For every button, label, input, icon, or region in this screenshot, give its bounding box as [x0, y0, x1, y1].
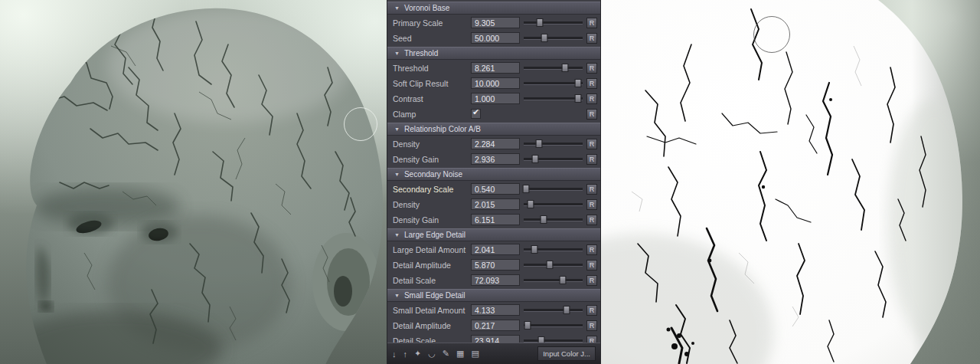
param-slider[interactable]: [523, 244, 583, 255]
param-slider[interactable]: [523, 17, 583, 28]
reset-button[interactable]: R: [586, 78, 597, 89]
slider-handle[interactable]: [522, 185, 529, 193]
slider-handle[interactable]: [560, 276, 567, 284]
toolbar-star-icon[interactable]: ✦: [414, 349, 421, 359]
param-value-field[interactable]: 2.015: [471, 198, 520, 210]
param-label: Soft Clip Result: [393, 79, 471, 88]
viewport-texture-preview[interactable]: [601, 0, 980, 364]
param-slider[interactable]: [523, 183, 583, 195]
collapse-triangle-icon: ▼: [394, 172, 400, 177]
param-value-field[interactable]: 9.305: [471, 17, 520, 28]
slider-handle[interactable]: [540, 215, 547, 224]
reset-button[interactable]: R: [586, 244, 597, 255]
slider-handle[interactable]: [535, 139, 542, 148]
param-value-field[interactable]: 2.284: [471, 138, 520, 149]
reset-button[interactable]: R: [586, 184, 597, 195]
slider-handle[interactable]: [524, 321, 531, 330]
param-slider[interactable]: [523, 198, 583, 210]
input-color-button[interactable]: Input Color J...: [537, 346, 596, 361]
reset-button[interactable]: R: [586, 93, 597, 104]
section-header-secondary-noise[interactable]: ▼ Secondary Noise: [387, 168, 600, 181]
reset-button[interactable]: R: [586, 33, 597, 44]
section-header-small-edge-detail[interactable]: ▼ Small Edge Detail: [387, 289, 600, 302]
param-slider[interactable]: [523, 138, 583, 149]
toolbar-pen-icon[interactable]: ✎: [443, 349, 449, 359]
param-slider[interactable]: [523, 304, 583, 316]
section-header-threshold[interactable]: ▼ Threshold: [387, 47, 600, 60]
slider-handle[interactable]: [541, 34, 548, 42]
section-header-relationship-color[interactable]: ▼ Relationship Color A/B: [387, 123, 600, 136]
param-row: Secondary Scale 0.540 R: [387, 182, 600, 196]
slider-track: [524, 264, 583, 267]
toolbar-layers-icon[interactable]: ▤: [471, 349, 479, 359]
slider-handle[interactable]: [563, 306, 570, 314]
section-header-large-edge-detail[interactable]: ▼ Large Edge Detail: [387, 228, 600, 241]
reset-button[interactable]: R: [586, 139, 597, 149]
toolbar-grid-icon[interactable]: ▦: [456, 349, 464, 359]
slider-handle[interactable]: [574, 94, 581, 103]
param-slider[interactable]: [523, 32, 583, 44]
param-value-field[interactable]: 2.936: [471, 153, 520, 165]
reset-button[interactable]: R: [586, 215, 597, 225]
param-label: Detail Scale: [393, 336, 471, 343]
slider-handle[interactable]: [546, 261, 553, 269]
reset-button[interactable]: R: [586, 199, 597, 210]
slider-track: [524, 339, 583, 343]
param-label: Primary Scale: [393, 18, 471, 28]
param-slider[interactable]: [523, 62, 583, 74]
clamp-checkbox[interactable]: ✔: [471, 109, 481, 119]
reset-button[interactable]: R: [586, 63, 597, 74]
param-label: Density Gain: [393, 155, 471, 164]
slider-handle[interactable]: [528, 200, 534, 208]
param-value-field[interactable]: 4.133: [471, 304, 520, 316]
param-slider[interactable]: [523, 77, 583, 89]
param-slider[interactable]: [523, 274, 583, 286]
slider-handle[interactable]: [531, 155, 538, 163]
param-slider[interactable]: [523, 335, 583, 343]
param-value-field[interactable]: 23.914: [471, 335, 520, 343]
param-row: Large Detail Amount 2.041 R: [387, 242, 600, 257]
slider-handle[interactable]: [531, 245, 538, 254]
param-row: Detail Scale 23.914 R: [387, 333, 600, 343]
reset-button[interactable]: R: [586, 18, 597, 28]
reset-button[interactable]: R: [586, 109, 597, 120]
reset-button[interactable]: R: [586, 305, 597, 316]
param-slider[interactable]: [523, 214, 583, 225]
param-value-field[interactable]: 0.217: [471, 320, 520, 331]
toolbar-up-arrow-icon[interactable]: ↑: [403, 349, 408, 359]
param-value-field[interactable]: 2.041: [471, 244, 520, 255]
param-slider[interactable]: [523, 259, 583, 271]
reset-button[interactable]: R: [586, 275, 597, 286]
param-slider[interactable]: [523, 320, 583, 331]
slider-handle[interactable]: [562, 64, 569, 72]
section-title: Voronoi Base: [404, 4, 450, 12]
param-value-field[interactable]: 50.000: [471, 32, 520, 44]
toolbar-curve-icon[interactable]: ◡: [428, 349, 436, 359]
param-value-field[interactable]: 5.870: [471, 259, 520, 271]
reset-button[interactable]: R: [586, 336, 597, 343]
param-value-field[interactable]: 6.151: [471, 214, 520, 225]
param-label: Contrast: [393, 94, 471, 103]
param-value-field[interactable]: 10.000: [471, 77, 520, 89]
slider-handle[interactable]: [574, 79, 581, 87]
reset-button[interactable]: R: [586, 154, 597, 165]
viewport-3d-render[interactable]: [0, 0, 387, 364]
param-label: Detail Amplitude: [393, 321, 471, 330]
section-header-voronoi-base[interactable]: ▼ Voronoi Base: [387, 2, 600, 15]
toolbar-down-arrow-icon[interactable]: ↓: [392, 349, 397, 359]
param-slider[interactable]: [523, 93, 583, 104]
param-value-field[interactable]: 8.261: [471, 62, 520, 74]
param-value-field[interactable]: 0.540: [471, 183, 520, 195]
param-slider[interactable]: [523, 153, 583, 165]
param-row: Density 2.015 R: [387, 197, 600, 212]
reset-button[interactable]: R: [586, 320, 597, 331]
param-value-field[interactable]: 1.000: [471, 93, 520, 104]
slider-handle[interactable]: [538, 336, 545, 343]
slider-track: [524, 324, 583, 327]
reset-button[interactable]: R: [586, 260, 597, 271]
slider-handle[interactable]: [537, 18, 544, 27]
param-value-field[interactable]: 72.093: [471, 274, 520, 286]
param-row: Detail Scale 72.093 R: [387, 273, 600, 287]
param-label: Secondary Scale: [393, 185, 471, 194]
param-row: Density 2.284 R: [387, 136, 600, 151]
